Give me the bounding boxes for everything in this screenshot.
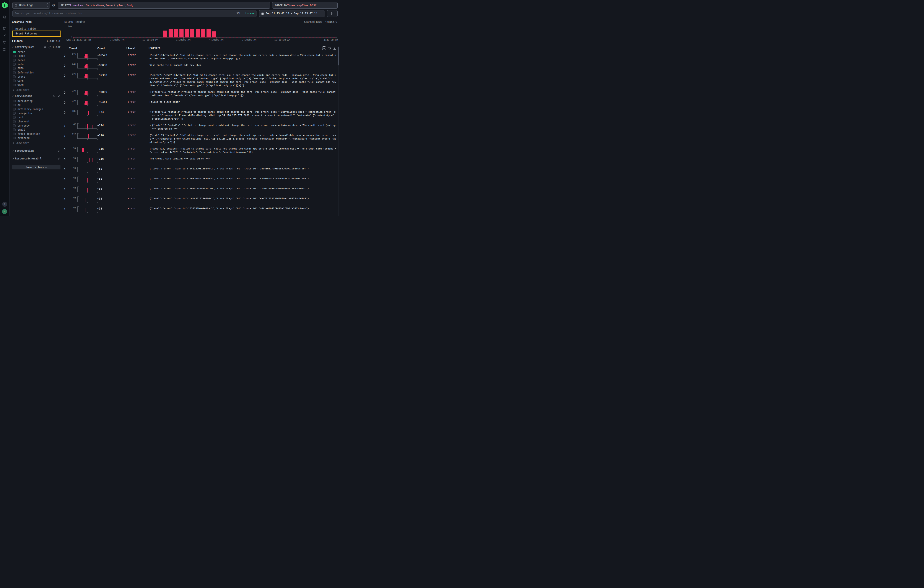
expand-row-chevron-icon[interactable]: ❯ [64,206,69,211]
pattern-row[interactable]: ❯60~58error{"level":"error","span_id":"0… [64,165,337,175]
search-icon[interactable] [53,95,56,97]
pattern-cell[interactable]: {"level":"error","span_id":"6b64c6c58842… [150,186,337,191]
search-input[interactable]: Search your events w/ Lucene ex. column:… [12,10,257,17]
checkbox[interactable] [13,112,16,115]
pattern-row[interactable]: ❯22K~97069error×{"code":13,"details":"fa… [64,88,337,98]
more-filters-button[interactable]: More filters [12,165,61,170]
filter-option-frontend[interactable]: frontend [13,137,61,139]
filter-option-artillery-loadgen[interactable]: artillery-loadgen [13,108,61,110]
expand-row-chevron-icon[interactable]: ❯ [64,62,69,67]
pattern-cell[interactable]: ×{"code":13,"details":"failed to charge … [150,109,337,121]
col-pattern[interactable]: Pattern [150,46,160,50]
histogram-bar[interactable] [174,29,178,38]
checkbox[interactable] [13,100,16,102]
checkbox[interactable] [13,63,16,66]
pattern-cell[interactable]: Failed to place order [150,99,337,104]
analysis-mode-tab-results-table[interactable]: Results Table [13,26,61,31]
expand-row-chevron-icon[interactable]: ❯ [64,176,69,181]
scrollbar-thumb[interactable] [338,47,339,66]
logs-list-icon[interactable] [2,25,8,32]
checkbox[interactable] [13,71,16,74]
expand-row-chevron-icon[interactable]: ❯ [64,89,69,94]
histogram-bar[interactable] [201,29,205,38]
orderby-query-input[interactable]: ORDER BY TimestampTime DESC [272,2,338,9]
filter-option-currency[interactable]: currency [13,124,61,127]
pattern-row[interactable]: ❯24K~98058errorVisa cache full: cannot a… [64,61,337,71]
chevron-down-icon[interactable] [12,95,14,96]
pattern-cell[interactable]: ×{"code":13,"details":"failed to charge … [150,89,337,97]
pattern-cell[interactable]: {"code":13,"details":"failed to charge c… [150,146,337,154]
expand-row-chevron-icon[interactable]: ❯ [64,196,69,201]
checkbox[interactable] [13,67,16,70]
expand-row-chevron-icon[interactable]: ❯ [64,146,69,151]
filter-option-info[interactable]: info [13,63,61,66]
monitor-icon[interactable] [2,39,8,46]
filter-option-checkout[interactable]: checkout [13,120,61,123]
checkbox[interactable] [13,124,16,127]
checkbox[interactable]: ✓ [13,51,16,53]
expand-row-chevron-icon[interactable]: ❯ [64,166,69,171]
expand-row-chevron-icon[interactable]: ❯ [64,156,69,161]
histogram-bar[interactable] [206,29,211,38]
panels-stack-icon[interactable] [2,14,8,20]
pattern-row[interactable]: ❯60~58error{"level":"error","span_id":"e… [64,175,337,185]
show-more-link[interactable]: Show more [13,142,61,145]
services-grid-icon[interactable] [2,46,8,53]
chevron-down-icon[interactable] [12,46,14,48]
pin-icon[interactable] [58,95,61,97]
histogram-bar[interactable] [212,31,216,38]
pattern-row[interactable]: ❯60~58error{"level":"error","span_id":"3… [64,205,337,215]
load-more-link[interactable]: Load more [13,88,61,91]
data-source-select[interactable]: Demo Logs [12,2,50,9]
histogram-bar[interactable] [196,29,200,38]
select-query-input[interactable]: SELECT Timestamp, ServiceName, SeverityT… [58,2,270,9]
pattern-row[interactable]: ❯22K~97360error{"error":{"code":13,"deta… [64,71,337,88]
filter-option-ERROR[interactable]: ERROR [13,55,61,58]
analysis-mode-tab-event-patterns[interactable]: Event Patterns [13,31,61,36]
date-range-picker[interactable]: Sep 11 15:47:14 - Sep 12 15:47:14 [259,10,325,17]
filter-group-ScopeVersion[interactable]: ScopeVersion [12,149,61,152]
histogram-bar[interactable] [168,29,173,38]
checkbox[interactable] [13,79,16,82]
pattern-cell[interactable]: {"code":13,"details":"failed to charge c… [150,52,337,61]
expand-row-chevron-icon[interactable]: ❯ [64,216,69,216]
checkbox[interactable] [13,116,16,119]
pattern-row[interactable]: ❯120~116error{"code":13,"details":"faile… [64,132,337,145]
pattern-cell[interactable]: {"level":"error","span_id":"b92b54b6882b… [150,216,337,216]
filter-group-name[interactable]: ServiceName [15,94,51,97]
col-trend[interactable]: Trend [69,47,77,50]
filter-option-cart[interactable]: cart [13,116,61,119]
checkbox[interactable] [13,59,16,61]
pattern-cell[interactable]: Visa cache full: cannot add new item. [150,62,337,67]
pattern-cell[interactable]: {"code":13,"details":"failed to charge c… [150,132,337,144]
filter-option-error[interactable]: ✓error [13,51,61,53]
pin-icon[interactable] [58,157,61,160]
expand-row-chevron-icon[interactable]: ❯ [64,132,69,137]
checkbox[interactable] [13,133,16,135]
pattern-row[interactable]: ❯22K~98523error{"code":13,"details":"fai… [64,51,337,61]
checkbox[interactable] [13,104,16,106]
app-logo-lightning-icon[interactable] [2,2,8,8]
pin-icon[interactable] [48,46,51,49]
filter-option-WARN[interactable]: WARN [13,84,61,86]
pattern-cell[interactable]: {"level":"error","span_id":"cddc331329e6… [150,196,337,200]
filter-option-INFO[interactable]: INFO [13,67,61,70]
histogram-bar[interactable] [190,29,195,38]
level-col-menu-icon[interactable]: ⋮ [147,47,150,50]
view-code-icon[interactable]: <> [322,46,326,50]
pattern-row[interactable]: ❯180~174error×{"code":13,"details":"fail… [64,108,337,122]
results-histogram[interactable]: 80K 0 Sep 11 3:30:00 PM7:30:00 PM10:30:0… [64,26,339,41]
filter-group-ResourceSchemaUrl[interactable]: ResourceSchemaUrl [12,157,61,160]
trend-col-menu-icon[interactable]: ⋮ [95,47,97,50]
checkbox[interactable] [13,137,16,139]
filter-option-ad[interactable]: ad [13,104,61,106]
pattern-row[interactable]: ❯60~174error×{"code":13,"details":"faile… [64,122,337,132]
filter-group-name[interactable]: SeverityText [15,46,42,49]
vertical-scrollbar[interactable] [338,46,339,216]
filter-option-accounting[interactable]: accounting [13,100,61,102]
download-icon[interactable] [333,46,336,50]
pattern-cell[interactable]: {"level":"error","span_id":"334357bae9ed… [150,206,337,210]
checkbox[interactable] [13,84,16,86]
filter-option-trace[interactable]: trace [13,76,61,78]
chart-line-icon[interactable] [2,32,8,39]
